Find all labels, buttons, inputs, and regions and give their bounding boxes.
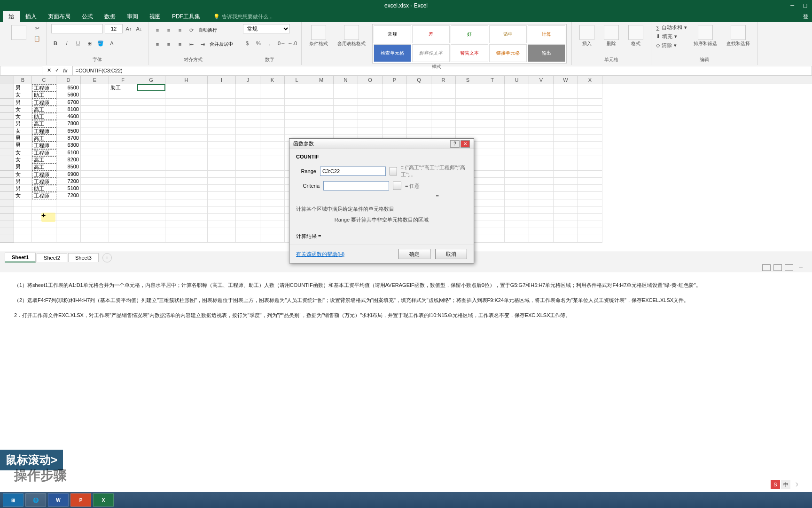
tab-insert[interactable]: 插入	[20, 11, 42, 23]
cell[interactable]	[137, 185, 165, 192]
cell[interactable]	[285, 120, 309, 127]
tab-formulas[interactable]: 公式	[76, 11, 99, 23]
cell[interactable]	[236, 142, 260, 149]
row-header[interactable]	[0, 171, 14, 178]
cell[interactable]	[236, 171, 260, 178]
cell[interactable]	[431, 127, 456, 135]
cell[interactable]	[236, 192, 260, 199]
cell[interactable]	[14, 235, 32, 242]
cell[interactable]: 高工	[32, 120, 56, 127]
italic-icon[interactable]: I	[62, 39, 71, 48]
dialog-help-link[interactable]: 有关该函数的帮助(H)	[296, 251, 344, 258]
cell[interactable]	[554, 163, 578, 170]
cell[interactable]	[529, 171, 554, 178]
cell[interactable]: 高工	[32, 106, 56, 113]
cell[interactable]	[529, 142, 554, 149]
row-header[interactable]	[0, 149, 14, 156]
cell[interactable]	[578, 127, 602, 135]
cell[interactable]	[109, 106, 137, 113]
cell[interactable]	[285, 106, 309, 113]
format-cells-button[interactable]: 格式	[625, 24, 646, 47]
tab-pdf[interactable]: PDF工具集	[166, 11, 206, 23]
cell[interactable]	[407, 91, 431, 98]
cell[interactable]	[480, 221, 505, 228]
cell[interactable]	[578, 91, 602, 98]
cell[interactable]: 4600	[56, 113, 81, 120]
cell[interactable]	[165, 163, 208, 170]
border-icon[interactable]: ⊞	[85, 39, 94, 48]
row-header[interactable]	[0, 127, 14, 135]
cell[interactable]	[578, 206, 602, 214]
cell[interactable]	[208, 163, 236, 170]
cell[interactable]	[578, 156, 602, 163]
cell[interactable]: 8200	[56, 156, 81, 163]
cell[interactable]	[32, 235, 56, 242]
cell[interactable]: 6500	[56, 127, 81, 135]
cell[interactable]	[81, 149, 109, 156]
range-input[interactable]	[320, 167, 386, 176]
sheet-tab-3[interactable]: Sheet3	[68, 253, 99, 262]
cell[interactable]	[505, 185, 529, 192]
cell[interactable]	[208, 142, 236, 149]
style-normal[interactable]: 常规	[374, 25, 411, 43]
cell[interactable]	[554, 199, 578, 206]
cell[interactable]	[260, 235, 285, 242]
cell[interactable]	[137, 192, 165, 199]
cell[interactable]	[208, 192, 236, 199]
cell[interactable]	[578, 185, 602, 192]
taskbar-app-powerpoint[interactable]: P	[70, 493, 91, 507]
tab-data[interactable]: 数据	[99, 11, 121, 23]
cell[interactable]	[165, 156, 208, 163]
style-link[interactable]: 链接单元格	[489, 44, 527, 62]
cell[interactable]	[56, 221, 81, 228]
cell[interactable]	[505, 113, 529, 120]
cell[interactable]	[578, 235, 602, 242]
insert-cells-button[interactable]: 插入	[577, 24, 597, 47]
cell[interactable]	[529, 149, 554, 156]
fx-icon[interactable]: fx	[63, 68, 68, 73]
cell[interactable]	[480, 163, 505, 170]
cell[interactable]	[480, 199, 505, 206]
cell[interactable]	[505, 214, 529, 221]
cell[interactable]	[137, 99, 165, 106]
cell[interactable]	[456, 120, 480, 127]
criteria-ref-icon[interactable]	[393, 182, 401, 190]
cell[interactable]	[334, 113, 358, 120]
cell[interactable]	[208, 149, 236, 156]
column-header[interactable]: U	[505, 76, 529, 84]
cell[interactable]	[260, 99, 285, 106]
cell[interactable]	[137, 163, 165, 170]
cell[interactable]	[260, 171, 285, 178]
cell[interactable]	[578, 120, 602, 127]
cell[interactable]	[137, 171, 165, 178]
cell[interactable]	[431, 99, 456, 106]
minimize-icon[interactable]: ─	[790, 2, 794, 8]
cell[interactable]	[358, 113, 383, 120]
style-neutral[interactable]: 适中	[489, 25, 527, 43]
cell[interactable]	[109, 135, 137, 142]
cell[interactable]	[383, 84, 407, 91]
cell[interactable]	[480, 120, 505, 127]
cell[interactable]	[529, 206, 554, 214]
cell[interactable]	[81, 228, 109, 235]
cell[interactable]	[554, 84, 578, 91]
page-layout-view-icon[interactable]	[773, 264, 782, 271]
cell[interactable]	[236, 113, 260, 120]
cell[interactable]	[529, 178, 554, 185]
cell[interactable]	[165, 84, 208, 91]
cell[interactable]	[81, 214, 109, 221]
cell[interactable]: 助工	[32, 91, 56, 98]
cell[interactable]	[554, 192, 578, 199]
cell[interactable]	[456, 106, 480, 113]
cell[interactable]	[137, 149, 165, 156]
cell[interactable]: 工程师	[32, 149, 56, 156]
cell[interactable]	[480, 91, 505, 98]
cell[interactable]	[505, 235, 529, 242]
taskbar-app-word[interactable]: W	[48, 493, 69, 507]
cell[interactable]	[236, 228, 260, 235]
cell[interactable]	[480, 99, 505, 106]
cell[interactable]	[81, 142, 109, 149]
select-all-corner[interactable]	[0, 76, 14, 84]
cell[interactable]	[529, 199, 554, 206]
cell[interactable]	[358, 120, 383, 127]
